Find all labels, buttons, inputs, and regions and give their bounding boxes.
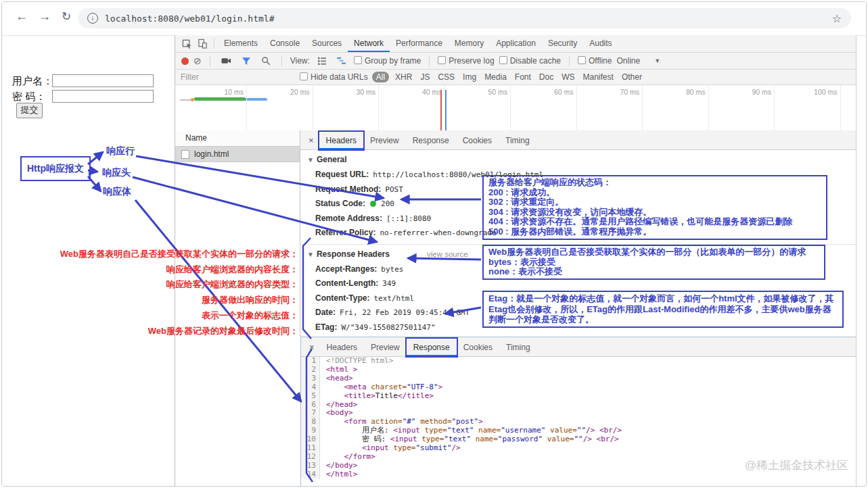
code-line: 5 <title>Title</title> [301,392,856,401]
url-text[interactable]: localhost:8080/web01/login.html# [105,14,274,24]
headers-pane-tab-response[interactable]: Response [406,132,456,149]
disclosure-triangle-icon[interactable]: ▼ [307,156,314,164]
accept-ranges-note-line: bytes：表示接受 [488,258,819,268]
hide-data-urls-checkbox[interactable]: Hide data URLs [300,72,368,82]
filter-chip-media[interactable]: Media [480,72,511,82]
offline-checkbox[interactable]: Offline [578,56,612,66]
header-name: Content-Type: [315,293,369,303]
etag-note-box: Etag：就是一个对象的标志值，就一个对象而言，如何一个html文件，如果被修改… [482,291,844,328]
header-name: Accept-Ranges: [315,264,377,274]
timeline-tick-label: 40 ms [398,88,442,96]
devtools-tab-performance[interactable]: Performance [390,35,449,52]
http-response-message-box: Http响应报文 [20,156,91,181]
divider [214,39,214,49]
submit-button[interactable]: 提交 [16,103,43,118]
browser-toolbar: ← → ↻ i localhost:8080/web01/login.html#… [2,2,866,36]
bookmark-star-icon[interactable]: ☆ [832,12,842,25]
header-name: Request Method: [315,185,381,194]
close-icon[interactable]: × [303,135,319,145]
status-code-note-line: 服务器给客户端响应的状态码： [488,178,821,188]
view-list-icon[interactable] [317,57,327,65]
devtools-tab-audits[interactable]: Audits [583,35,618,52]
filter-chip-ws[interactable]: WS [557,72,578,82]
devtools-tab-elements[interactable]: Elements [218,35,264,52]
filter-chip-css[interactable]: CSS [434,72,459,82]
status-code-note-line: 302 : 请求重定向。 [488,197,821,208]
filter-input[interactable]: Filter [181,72,300,82]
filter-chip-all[interactable]: All [372,72,389,82]
domcontentloaded-event-line [445,90,447,130]
username-field[interactable] [52,74,154,87]
timeline-tick-label: 30 ms [332,88,375,96]
disclosure-triangle-icon[interactable]: ▼ [307,251,314,258]
filter-chip-manifest[interactable]: Manifest [579,72,618,82]
clear-icon[interactable]: ⊘ [193,56,202,66]
address-bar[interactable]: i localhost:8080/web01/login.html# ☆ [78,8,851,28]
back-icon[interactable]: ← [16,9,28,24]
line-number: 4 [301,383,320,392]
response-headers-label: 响应头 [102,167,131,179]
status-code-note-line: 200 : 请求成功。 [488,188,821,198]
headers-pane-tab-timing[interactable]: Timing [499,132,536,149]
filter-chip-js[interactable]: JS [416,72,434,82]
record-button[interactable] [181,57,189,65]
header-name: Status Code: [315,199,365,208]
devtools-tab-application[interactable]: Application [490,35,542,52]
filter-chip-other[interactable]: Other [618,72,646,82]
devtools-tab-security[interactable]: Security [542,35,583,52]
request-row[interactable]: login.html [175,147,300,162]
line-number: 1 [301,357,320,366]
inspect-element-icon[interactable] [182,39,192,49]
screenshot-capture-icon[interactable] [221,57,231,65]
filter-chip-doc[interactable]: Doc [535,72,557,82]
name-column-header[interactable]: Name [175,130,300,147]
devtools-tab-sources[interactable]: Sources [306,35,348,52]
filter-chip-img[interactable]: Img [459,72,480,82]
filter-chip-xhr[interactable]: XHR [391,72,416,82]
reload-icon[interactable]: ↻ [62,9,71,24]
headers-pane-tab-cookies[interactable]: Cookies [456,132,499,149]
filter-chip-font[interactable]: Font [511,72,535,82]
timeline-tick-label: 70 ms [596,88,639,96]
devtools-tab-bar: ElementsConsoleSourcesNetworkPerformance… [175,35,856,53]
timeline-overview[interactable]: 10 ms20 ms30 ms40 ms50 ms60 ms70 ms80 ms… [175,85,856,131]
preserve-log-checkbox[interactable]: Preserve log [438,56,494,66]
disable-cache-checkbox[interactable]: Disable cache [499,56,561,66]
code-line: 2<html > [301,366,856,374]
headers-pane-tabs: HeadersPreviewResponseCookiesTiming [319,131,536,149]
filter-funnel-icon[interactable] [242,57,251,66]
red-note-line: Web服务器记录的对象最后修改时间： [39,324,298,339]
status-green-dot [370,201,376,207]
search-icon[interactable] [261,56,271,66]
response-pane-tab-response[interactable]: Response [407,339,457,356]
response-pane-tab-preview[interactable]: Preview [364,339,407,356]
group-by-frame-checkbox[interactable]: Group by frame [354,56,421,66]
devtools-tab-console[interactable]: Console [264,35,306,52]
response-pane-tab-headers[interactable]: Headers [320,339,364,356]
line-number: 3 [301,374,320,383]
response-body-label: 响应体 [103,186,131,198]
forward-icon[interactable]: → [39,9,51,24]
waterfall-view-icon[interactable] [337,57,346,65]
general-section-title[interactable]: ▼General [307,155,856,164]
timeline-gridline [708,85,709,130]
response-pane-tab-timing[interactable]: Timing [499,339,537,356]
divider [210,56,210,66]
response-tab-bar: × HeadersPreviewResponseCookiesTiming [301,337,856,357]
view-source-link[interactable]: view source [427,250,468,258]
devtools-tab-memory[interactable]: Memory [449,35,490,52]
throttling-dropdown[interactable]: Online [616,56,640,66]
timeline-gridline [774,85,775,130]
devtools-tab-network[interactable]: Network [348,35,390,52]
password-field[interactable] [52,90,154,103]
site-info-icon[interactable]: i [87,13,98,24]
headers-pane-tab-preview[interactable]: Preview [363,132,406,149]
red-note-line: 响应给客户端浏览器的内容类型： [39,277,298,293]
checkbox-icon [438,56,446,64]
close-icon[interactable]: × [304,342,320,352]
checkbox-icon [354,56,362,64]
header-name: Date: [315,308,336,317]
response-pane-tab-cookies[interactable]: Cookies [457,339,499,356]
headers-pane-tab-headers[interactable]: Headers [319,132,363,149]
device-toolbar-icon[interactable] [198,39,208,49]
